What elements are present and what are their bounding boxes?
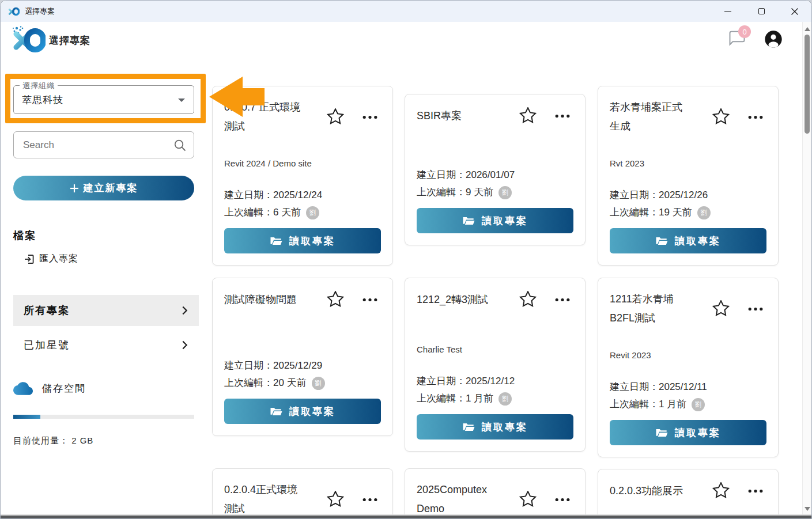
more-icon xyxy=(748,489,763,493)
open-project-label: 讀取專案 xyxy=(675,234,721,248)
open-project-button[interactable]: 讀取專案 xyxy=(224,228,381,253)
open-project-button[interactable]: 讀取專案 xyxy=(610,228,766,253)
import-project-item[interactable]: 匯入專案 xyxy=(24,253,78,265)
project-card: 0.2.0.7 正式環境測試 Revit 2024 / Demo site 建立… xyxy=(212,86,393,266)
editor-avatar: 劉 xyxy=(692,398,705,411)
folder-open-icon xyxy=(655,236,668,246)
project-edited: 上次編輯：1 月前 xyxy=(417,390,493,407)
project-title: 測試障礙物問題 xyxy=(224,290,306,309)
more-icon xyxy=(555,114,570,118)
open-project-label: 讀取專案 xyxy=(675,426,721,440)
app-window: 選擇專案 選擇專案 0 xyxy=(0,0,812,519)
search-icon xyxy=(173,139,187,152)
project-title: 0.2.0.7 正式環境測試 xyxy=(224,98,306,136)
open-project-button[interactable]: 讀取專案 xyxy=(417,208,573,233)
folder-open-icon xyxy=(655,428,668,438)
more-icon xyxy=(555,298,570,302)
close-icon xyxy=(791,7,799,16)
scroll-up-arrow[interactable] xyxy=(805,27,810,31)
star-button[interactable] xyxy=(518,490,538,509)
star-button[interactable] xyxy=(711,481,731,501)
more-options-button[interactable] xyxy=(746,299,765,319)
editor-avatar: 劉 xyxy=(498,186,512,199)
minimize-icon xyxy=(724,11,731,12)
open-project-button[interactable]: 讀取專案 xyxy=(417,414,573,440)
chevron-right-icon xyxy=(178,304,191,317)
star-button[interactable] xyxy=(326,107,345,127)
project-created: 建立日期：2025/12/29 xyxy=(224,357,381,374)
star-button[interactable] xyxy=(711,107,731,127)
star-button[interactable] xyxy=(518,290,538,309)
more-options-button[interactable] xyxy=(553,490,572,509)
maximize-button[interactable] xyxy=(745,1,778,22)
project-title: SBIR專案 xyxy=(417,107,498,126)
project-created: 建立日期：2025/12/12 xyxy=(417,373,573,390)
project-created: 建立日期：2025/12/11 xyxy=(610,378,766,396)
open-project-label: 讀取專案 xyxy=(289,234,335,248)
star-icon xyxy=(519,107,537,124)
editor-avatar: 劉 xyxy=(697,206,711,219)
project-edited: 上次編輯：19 天前 xyxy=(610,204,692,221)
files-heading: 檔案 xyxy=(13,229,36,243)
open-project-button[interactable]: 讀取專案 xyxy=(610,420,766,445)
star-icon xyxy=(327,291,344,308)
folder-open-icon xyxy=(270,407,282,416)
more-options-button[interactable] xyxy=(360,107,380,127)
account-button[interactable] xyxy=(764,30,783,48)
import-icon xyxy=(24,253,35,265)
create-project-label: 建立新專案 xyxy=(84,181,138,195)
star-button[interactable] xyxy=(326,290,345,309)
project-subtitle: Revit 2024 / Demo site xyxy=(224,158,381,168)
star-icon xyxy=(519,491,537,508)
create-project-button[interactable]: 建立新專案 xyxy=(13,176,194,200)
star-icon xyxy=(327,108,344,126)
star-icon xyxy=(519,291,537,308)
project-edited: 上次編輯：6 天前 xyxy=(224,204,301,221)
organization-select[interactable]: 選擇組織 萃思科技 xyxy=(13,85,194,114)
folder-open-icon xyxy=(462,216,475,226)
folder-open-icon xyxy=(462,422,475,432)
editor-avatar: 劉 xyxy=(306,206,319,219)
maximize-icon xyxy=(758,8,765,14)
scrollbar-thumb[interactable] xyxy=(805,35,810,134)
notifications-button[interactable]: 0 xyxy=(728,29,755,52)
search-field xyxy=(13,131,194,158)
star-button[interactable] xyxy=(518,106,538,126)
title-bar: 選擇專案 xyxy=(1,1,811,22)
search-input[interactable] xyxy=(14,132,194,158)
star-icon xyxy=(327,491,344,508)
star-button[interactable] xyxy=(326,490,345,509)
notification-badge: 0 xyxy=(738,25,751,38)
more-options-button[interactable] xyxy=(360,290,380,309)
minimize-button[interactable] xyxy=(711,1,745,22)
more-options-button[interactable] xyxy=(746,107,765,127)
chevron-right-icon xyxy=(178,339,191,351)
project-card: 0.2.0.4正式環境測試 xyxy=(212,468,393,519)
starred-label: 已加星號 xyxy=(24,338,70,352)
project-card: 0.2.0.3功能展示 xyxy=(598,469,779,519)
close-button[interactable] xyxy=(778,1,811,22)
more-icon xyxy=(748,307,763,311)
editor-avatar: 劉 xyxy=(312,377,325,390)
taskbar-strip xyxy=(1,514,811,518)
star-icon xyxy=(712,482,730,499)
star-button[interactable] xyxy=(711,299,731,319)
project-edited: 上次編輯：1 月前 xyxy=(610,396,686,413)
project-title: 0.2.0.4正式環境測試 xyxy=(224,480,306,518)
scroll-down-arrow[interactable] xyxy=(805,507,810,511)
more-icon xyxy=(362,115,377,119)
more-options-button[interactable] xyxy=(553,106,572,126)
sidebar-item-all-projects[interactable]: 所有專案 xyxy=(13,295,199,326)
account-icon xyxy=(764,30,783,48)
app-logo-icon xyxy=(12,26,46,52)
more-options-button[interactable] xyxy=(553,290,572,309)
sidebar-item-starred[interactable]: 已加星號 xyxy=(13,329,199,361)
project-card: 1211若水青埔B2FL測試 Revit 2023 建立日期：2025/12/1… xyxy=(598,278,779,457)
project-subtitle: Revit 2023 xyxy=(610,350,766,360)
open-project-label: 讀取專案 xyxy=(289,405,335,418)
more-options-button[interactable] xyxy=(746,481,765,501)
project-created: 建立日期：2025/12/26 xyxy=(610,187,766,204)
more-options-button[interactable] xyxy=(360,490,380,509)
folder-open-icon xyxy=(270,236,282,246)
open-project-button[interactable]: 讀取專案 xyxy=(224,399,381,424)
